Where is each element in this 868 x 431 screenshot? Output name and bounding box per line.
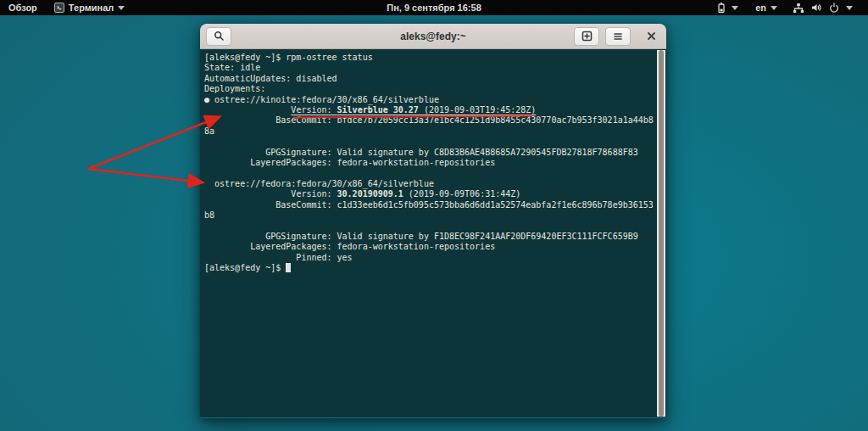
- network-wired-icon: [793, 2, 804, 14]
- terminal-line: ostree://fedora:fedora/30/x86_64/silverb…: [204, 179, 654, 189]
- terminal-line: GPGSignature: Valid signature by F1D8EC9…: [204, 232, 654, 242]
- annotation-arrow-upper: [88, 117, 219, 169]
- terminal-line: Deployments:: [204, 84, 654, 94]
- clock-label: Пн, 9 сентября 16:58: [387, 3, 481, 13]
- new-tab-icon: [581, 31, 593, 42]
- terminal-scrollbar[interactable]: [657, 50, 665, 417]
- terminal-line: GPGSignature: Valid signature by C8D83B6…: [204, 148, 654, 158]
- close-button[interactable]: [642, 27, 660, 46]
- volume-icon: [810, 2, 822, 14]
- terminal-line: [204, 168, 654, 178]
- terminal-line: [aleks@fedy ~]$ rpm-ostree status: [204, 53, 654, 63]
- terminal-text: [aleks@fedy ~]$ rpm-ostree statusState: …: [204, 53, 654, 274]
- app-menu-label: Терминал: [69, 3, 114, 13]
- keyboard-layout-label: en: [755, 3, 766, 13]
- battery-icon: [715, 2, 727, 14]
- terminal-line: Version: 30.20190909.1 (2019-09-09T06:31…: [204, 189, 654, 199]
- terminal-line: ● ostree://kinoite:fedora/30/x86_64/silv…: [204, 95, 654, 105]
- terminal-content[interactable]: [aleks@fedy ~]$ rpm-ostree statusState: …: [200, 49, 666, 417]
- terminal-line: LayeredPackages: fedora-workstation-repo…: [204, 242, 654, 252]
- terminal-line: 8a: [204, 126, 654, 137]
- terminal-app-icon: [54, 3, 64, 13]
- search-button[interactable]: [206, 27, 231, 46]
- terminal-cursor: [286, 263, 291, 272]
- top-bar: Обзор Терминал Пн, 9 сентября 16:58: [0, 0, 868, 15]
- terminal-line: AutomaticUpdates: disabled: [204, 74, 654, 84]
- terminal-line: BaseCommit: c1d33eeb6d1c5fb095c573bba6d6…: [204, 200, 654, 210]
- annotation-arrow-lower: [88, 169, 202, 182]
- activities-button[interactable]: Обзор: [0, 0, 46, 15]
- close-icon: [647, 31, 656, 41]
- search-icon: [214, 31, 225, 42]
- terminal-line: Pinned: yes: [204, 253, 654, 263]
- menu-icon: [613, 31, 623, 42]
- chevron-down-icon: [771, 6, 777, 10]
- desktop: Обзор Терминал Пн, 9 сентября 16:58: [0, 0, 868, 431]
- battery-indicator-button[interactable]: [707, 0, 747, 15]
- system-menu-button[interactable]: [786, 0, 860, 15]
- terminal-window: aleks@fedy:~: [200, 24, 666, 418]
- chevron-down-icon: [732, 6, 738, 10]
- terminal-line: State: idle: [204, 63, 654, 73]
- clock-button[interactable]: Пн, 9 сентября 16:58: [378, 0, 490, 15]
- activities-label: Обзор: [8, 3, 37, 13]
- terminal-headerbar[interactable]: aleks@fedy:~: [200, 24, 666, 49]
- scrollbar-thumb[interactable]: [659, 50, 664, 417]
- terminal-line: b8: [204, 210, 654, 221]
- terminal-line: Version: Silverblue 30.27 (2019-09-03T19…: [204, 105, 654, 115]
- new-tab-button[interactable]: [574, 27, 599, 46]
- app-menu-button[interactable]: Терминал: [46, 0, 134, 15]
- chevron-down-icon: [118, 6, 125, 10]
- chevron-down-icon: [846, 6, 853, 10]
- keyboard-layout-button[interactable]: en: [747, 0, 786, 15]
- terminal-line: [204, 137, 654, 147]
- terminal-line: LayeredPackages: fedora-workstation-repo…: [204, 158, 654, 168]
- power-icon: [828, 2, 840, 14]
- terminal-line: BaseCommit: bfdce7b72059cc13a37e1bc4c125…: [204, 115, 654, 126]
- menu-button[interactable]: [605, 27, 631, 46]
- terminal-line: [204, 221, 654, 232]
- terminal-line: [aleks@fedy ~]$: [204, 263, 654, 273]
